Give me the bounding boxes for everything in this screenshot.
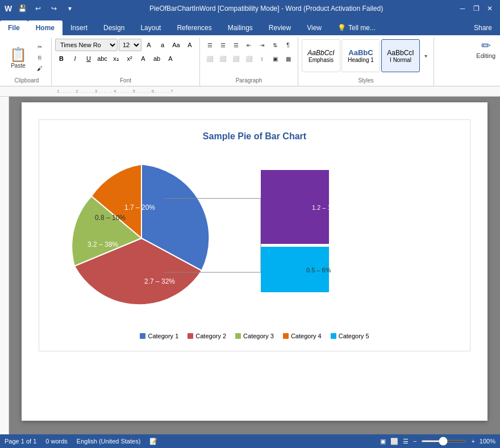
zoom-out-icon[interactable]: − bbox=[413, 438, 416, 445]
cut-button[interactable]: ✂ bbox=[32, 42, 48, 52]
font-shrink-button[interactable]: a bbox=[156, 39, 169, 51]
paste-button[interactable]: 📋 Paste bbox=[6, 42, 31, 73]
layout-outline-icon[interactable]: ☰ bbox=[403, 438, 409, 445]
clipboard-content: 📋 Paste ✂ ⎘ 🖌 bbox=[6, 39, 48, 76]
legend-dot-cat3 bbox=[235, 333, 241, 339]
legend-item-cat1: Category 1 bbox=[140, 333, 178, 339]
legend-item-cat2: Category 2 bbox=[188, 333, 226, 339]
sort-button[interactable]: ⇅ bbox=[269, 39, 281, 51]
style-heading1[interactable]: AaBbC Heading 1 bbox=[341, 39, 380, 72]
normal-preview: AaBbCcI bbox=[387, 49, 414, 57]
share-button[interactable]: Share bbox=[466, 20, 500, 35]
document-scroll[interactable]: Sample Pie of Bar Chart 2.7 bbox=[9, 97, 500, 434]
chart-area: 2.7 – 32% 3.2 – 38% 0.8 – 10% 1.7 – 20% … bbox=[51, 153, 459, 323]
status-bar: Page 1 of 1 0 words English (United Stat… bbox=[0, 434, 500, 448]
font-grow-button[interactable]: A bbox=[143, 39, 155, 51]
save-button[interactable]: 💾 bbox=[16, 3, 28, 14]
bold-button[interactable]: B bbox=[55, 52, 68, 65]
zoom-slider[interactable] bbox=[421, 440, 466, 442]
subscript-button[interactable]: x₂ bbox=[110, 52, 122, 65]
tab-file[interactable]: File bbox=[0, 20, 28, 35]
restore-button[interactable]: ❒ bbox=[470, 3, 482, 14]
zoom-level: 100% bbox=[480, 438, 495, 445]
layout-web-icon[interactable]: ⬜ bbox=[390, 438, 398, 445]
paragraph-group: ☰ ☰ ☰ ⇤ ⇥ ⇅ ¶ ⬜ ⬜ ⬜ ⬜ ↕ ▣ ▦ Paragraph bbox=[200, 38, 298, 86]
undo-button[interactable]: ↩ bbox=[32, 3, 44, 14]
title-bar: W 💾 ↩ ↪ ▾ PieOfBarChartInWord [Compatibi… bbox=[0, 0, 500, 17]
editing-icon: ✏ bbox=[481, 39, 491, 52]
shading-button[interactable]: ▣ bbox=[269, 52, 281, 65]
superscript-button[interactable]: x² bbox=[123, 52, 136, 65]
redo-button[interactable]: ↪ bbox=[48, 3, 60, 14]
font-color-button[interactable]: A bbox=[164, 52, 177, 65]
legend-dot-cat1 bbox=[140, 333, 145, 339]
window-title: PieOfBarChartInWord [Compatibility Mode]… bbox=[76, 5, 457, 13]
underline-button[interactable]: U bbox=[82, 52, 95, 65]
tab-insert[interactable]: Insert bbox=[63, 20, 95, 35]
tab-references[interactable]: References bbox=[169, 20, 219, 35]
font-size-select[interactable]: 12 bbox=[119, 39, 141, 51]
style-emphasis[interactable]: AaBbCcI Emphasis bbox=[302, 39, 340, 72]
para-row2: ⬜ ⬜ ⬜ ⬜ ↕ ▣ ▦ bbox=[203, 52, 294, 65]
layout-normal-icon[interactable]: ▣ bbox=[380, 438, 386, 445]
legend-dot-cat4 bbox=[283, 333, 289, 339]
font-name-select[interactable]: Times New Ro bbox=[55, 39, 118, 51]
zoom-in-icon[interactable]: + bbox=[471, 438, 474, 445]
tab-tell-me[interactable]: 💡 Tell me... bbox=[330, 20, 384, 35]
window-controls: ─ ❒ ✕ bbox=[457, 3, 495, 14]
ruler: 1 . . . . . . 2 . . . . . . 3 . . . . . … bbox=[0, 86, 500, 97]
styles-label: Styles bbox=[358, 76, 373, 85]
increase-indent-button[interactable]: ⇥ bbox=[256, 39, 268, 51]
line-spacing-button[interactable]: ↕ bbox=[256, 52, 268, 65]
lightbulb-icon: 💡 bbox=[338, 24, 346, 32]
show-hide-button[interactable]: ¶ bbox=[282, 39, 294, 51]
title-bar-left: W 💾 ↩ ↪ ▾ bbox=[5, 3, 76, 14]
legend-item-cat3: Category 3 bbox=[235, 333, 274, 339]
tab-mailings[interactable]: Mailings bbox=[220, 20, 261, 35]
tab-design[interactable]: Design bbox=[95, 20, 132, 35]
svg-text:1.2 – 14%: 1.2 – 14% bbox=[312, 204, 340, 211]
clipboard-small-buttons: ✂ ⎘ 🖌 bbox=[32, 42, 48, 73]
para-row1: ☰ ☰ ☰ ⇤ ⇥ ⇅ ¶ bbox=[203, 39, 294, 51]
bullets-button[interactable]: ☰ bbox=[203, 39, 216, 51]
font-row1: Times New Ro 12 A a Aa A bbox=[55, 39, 196, 51]
paste-icon: 📋 bbox=[10, 47, 27, 63]
tab-home[interactable]: Home bbox=[28, 20, 63, 35]
status-right: ▣ ⬜ ☰ − + 100% bbox=[380, 438, 495, 445]
close-button[interactable]: ✕ bbox=[484, 3, 495, 14]
numbered-button[interactable]: ☰ bbox=[216, 39, 229, 51]
clipboard-label: Clipboard bbox=[15, 76, 39, 85]
tab-review[interactable]: Review bbox=[261, 20, 299, 35]
strikethrough-button[interactable]: abc bbox=[96, 52, 109, 65]
ruler-content: 1 . . . . . . 2 . . . . . . 3 . . . . . … bbox=[0, 86, 500, 96]
decrease-indent-button[interactable]: ⇤ bbox=[243, 39, 255, 51]
copy-button[interactable]: ⎘ bbox=[32, 52, 48, 63]
styles-scroll[interactable]: ▾ bbox=[421, 39, 430, 73]
italic-button[interactable]: I bbox=[69, 52, 81, 65]
format-painter-button[interactable]: 🖌 bbox=[32, 63, 48, 73]
minimize-button[interactable]: ─ bbox=[457, 3, 468, 14]
multilevel-button[interactable]: ☰ bbox=[230, 39, 242, 51]
text-effects-button[interactable]: A bbox=[137, 52, 149, 65]
clear-format-button[interactable]: A bbox=[184, 39, 196, 51]
justify-button[interactable]: ⬜ bbox=[243, 52, 255, 65]
style-normal[interactable]: AaBbCcI I Normal bbox=[381, 39, 420, 72]
tab-view[interactable]: View bbox=[299, 20, 330, 35]
highlight-button[interactable]: ab bbox=[151, 52, 163, 65]
font-group: Times New Ro 12 A a Aa A B I U abc x₂ x²… bbox=[52, 38, 200, 86]
svg-text:1.7 – 20%: 1.7 – 20% bbox=[124, 204, 155, 211]
heading1-preview: AaBbC bbox=[348, 48, 373, 57]
font-label: Font bbox=[120, 76, 131, 85]
quick-access-more-button[interactable]: ▾ bbox=[64, 3, 76, 14]
emphasis-name: Emphasis bbox=[309, 57, 334, 63]
editing-group: ✏ Editing bbox=[476, 39, 495, 59]
tab-layout[interactable]: Layout bbox=[132, 20, 169, 35]
chart-container: Sample Pie of Bar Chart 2.7 bbox=[39, 119, 470, 351]
align-right-button[interactable]: ⬜ bbox=[230, 52, 242, 65]
legend-dot-cat5 bbox=[331, 333, 336, 339]
center-button[interactable]: ⬜ bbox=[216, 52, 229, 65]
svg-text:0.5 – 6%: 0.5 – 6% bbox=[306, 267, 331, 273]
align-left-button[interactable]: ⬜ bbox=[203, 52, 216, 65]
border-button[interactable]: ▦ bbox=[282, 52, 294, 65]
change-case-button[interactable]: Aa bbox=[170, 39, 182, 51]
